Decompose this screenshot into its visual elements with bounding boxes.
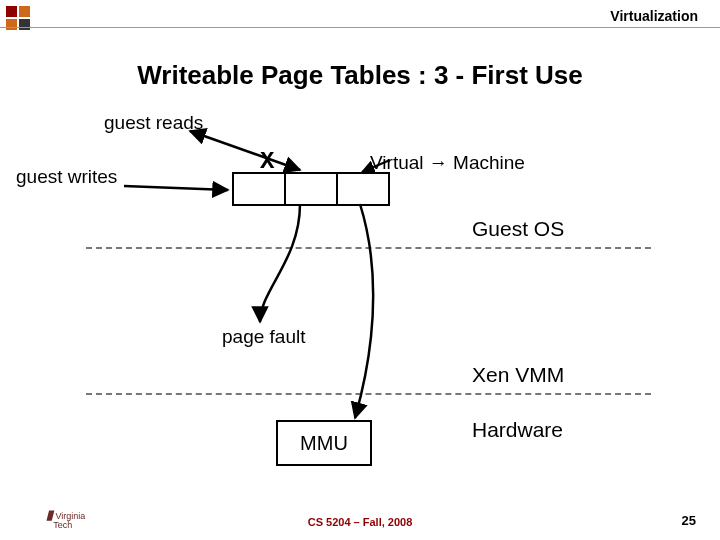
slide: Virtualization Writeable Page Tables : 3… xyxy=(0,0,720,540)
label-guest-os: Guest OS xyxy=(472,217,564,241)
header-rule xyxy=(0,27,720,28)
footer-page-number: 25 xyxy=(682,513,696,528)
svg-line-1 xyxy=(124,186,228,190)
divider-vmm-hw xyxy=(86,393,651,395)
label-xen-vmm: Xen VMM xyxy=(472,363,564,387)
label-virtual-machine: Virtual → Machine xyxy=(370,152,525,174)
pt-cell-2 xyxy=(336,172,390,206)
pt-cell-0 xyxy=(232,172,286,206)
label-page-fault: page fault xyxy=(222,326,305,348)
x-mark: X xyxy=(260,148,274,175)
label-hardware: Hardware xyxy=(472,418,563,442)
header-topic: Virtualization xyxy=(610,8,698,24)
logo-square-orange-2 xyxy=(6,19,17,30)
logo-square-maroon xyxy=(6,6,17,17)
label-guest-reads: guest reads xyxy=(104,112,203,134)
footer-course: CS 5204 – Fall, 2008 xyxy=(0,516,720,528)
label-guest-writes: guest writes xyxy=(16,166,117,188)
divider-guest-vmm xyxy=(86,247,651,249)
logo-square-dark xyxy=(19,19,30,30)
slide-title: Writeable Page Tables : 3 - First Use xyxy=(0,60,720,91)
logo-square-orange-1 xyxy=(19,6,30,17)
mmu-box: MMU xyxy=(276,420,372,466)
pt-cell-1 xyxy=(284,172,338,206)
svg-line-0 xyxy=(190,131,300,170)
